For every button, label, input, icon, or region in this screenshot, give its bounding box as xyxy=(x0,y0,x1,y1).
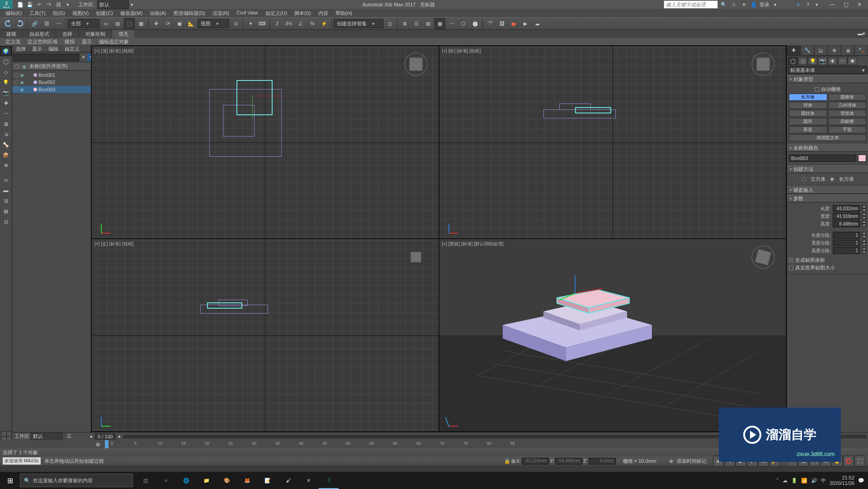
viewport-label[interactable]: [+] [前] [标准] [线框] xyxy=(442,48,481,54)
menu-customize[interactable]: 自定义(U) xyxy=(262,9,291,17)
freeze-icon[interactable]: ❄ xyxy=(20,73,24,77)
coord-x[interactable]: 62.224mm xyxy=(522,458,549,465)
spacewarps-cat-icon[interactable]: 〰 xyxy=(838,57,847,65)
undo-button[interactable] xyxy=(3,18,14,29)
textplus-button[interactable]: 加强型文本 xyxy=(789,134,866,141)
percent-snap-button[interactable]: % xyxy=(307,18,318,29)
viewcube[interactable] xyxy=(402,244,429,271)
snap-2d-button[interactable]: 2 xyxy=(272,18,283,29)
unlink-button[interactable]: ⛓ xyxy=(41,18,52,29)
ribbon-tab-modeling[interactable]: 建模 xyxy=(0,30,23,38)
exchange-icon[interactable]: ✶ xyxy=(740,0,748,9)
curve-editor-button[interactable]: 〰 xyxy=(446,18,457,29)
viewcube[interactable] xyxy=(402,51,429,78)
layer-filter-icon[interactable]: ▬ xyxy=(0,185,12,195)
lseg-spinner[interactable]: 1 xyxy=(833,232,860,239)
utilities-tab[interactable]: 🔨 xyxy=(854,45,868,56)
onedrive-icon[interactable]: ☁ xyxy=(783,478,788,484)
ribbon-simulate[interactable]: 模拟 xyxy=(61,38,78,45)
battery-icon[interactable]: 🔋 xyxy=(791,478,797,484)
width-spinner[interactable]: 41.919mm xyxy=(833,213,860,220)
se-menu-select[interactable]: 选择 xyxy=(13,46,28,52)
freeze-column-icon[interactable]: ❄ xyxy=(22,64,27,69)
menu-edit[interactable]: 编辑(E) xyxy=(2,9,26,17)
rotate-button[interactable]: ⟳ xyxy=(162,18,173,29)
ime-icon[interactable]: 中 xyxy=(821,477,826,484)
geometry-filter-icon[interactable]: ◯ xyxy=(0,56,12,66)
rollout-parameters[interactable]: 参数 xyxy=(787,194,868,202)
maximize-viewport-button[interactable]: ⛶ xyxy=(854,456,865,466)
mirror-button[interactable]: ◫ xyxy=(384,18,395,29)
edge-app[interactable]: 🌐 xyxy=(176,472,196,489)
menu-group[interactable]: 组(G) xyxy=(49,9,69,17)
motion-tab[interactable]: ⊕ xyxy=(827,45,841,56)
lock-icon[interactable]: 🔒 xyxy=(504,458,510,464)
workspace-selector-bottom[interactable]: 默认 xyxy=(31,432,62,441)
material-editor-button[interactable]: ⬤ xyxy=(470,18,481,29)
viewport-perspective[interactable]: [+] [透视] [标准] [默认明暗处理] xyxy=(439,239,786,431)
paint-app[interactable]: 🖌 xyxy=(278,472,298,489)
link-button[interactable]: 🔗 xyxy=(29,18,40,29)
gen-uv-check[interactable] xyxy=(789,258,793,263)
menu-create[interactable]: 创建(C) xyxy=(92,9,116,17)
explorer-app[interactable]: 📁 xyxy=(197,472,217,489)
spinner-buttons[interactable]: ▴▾ xyxy=(862,232,866,239)
hierarchy-tab[interactable]: 🗂 xyxy=(814,45,828,56)
spinner-buttons[interactable]: ▴▾ xyxy=(862,240,866,246)
select-object-button[interactable]: ▭ xyxy=(100,18,111,29)
real-world-check[interactable] xyxy=(789,266,793,270)
snap-3d-button[interactable]: 3½ xyxy=(283,18,294,29)
manipulate-button[interactable]: ✦ xyxy=(245,18,256,29)
visibility-column-icon[interactable] xyxy=(15,64,19,69)
object-color-swatch[interactable] xyxy=(33,80,37,84)
keyboard-shortcut-button[interactable]: ⌨ xyxy=(257,18,268,29)
star-icon[interactable]: ☆ xyxy=(730,0,738,9)
menu-tools[interactable]: 工具(T) xyxy=(26,9,49,17)
close-button[interactable]: ✕ xyxy=(853,0,866,9)
start-button[interactable]: ⊞ xyxy=(0,472,20,489)
se-menu-display[interactable]: 显示 xyxy=(29,46,45,52)
clear-filter-icon[interactable]: ✕ xyxy=(79,53,87,61)
store-app[interactable]: 🎨 xyxy=(217,472,237,489)
torus-button[interactable]: 圆环 xyxy=(789,118,827,125)
render-online-button[interactable]: ☁ xyxy=(532,18,542,29)
ribbon-collapse-icon[interactable]: ▬▾ xyxy=(855,30,868,38)
cortana-button[interactable]: ○ xyxy=(156,472,176,489)
eye-icon[interactable] xyxy=(14,87,19,92)
menu-graph-editors[interactable]: 图形编辑器(D) xyxy=(170,9,209,17)
auto-grid-check[interactable] xyxy=(815,87,819,92)
window-crossing-button[interactable]: ▦ xyxy=(136,18,146,29)
object-color-swatch[interactable] xyxy=(33,88,37,91)
cone-button[interactable]: 圆锥体 xyxy=(828,94,867,101)
hidden-filter-icon[interactable]: ▭ xyxy=(0,175,12,185)
pivot-button[interactable]: ⊙ xyxy=(230,18,241,29)
schematic-view-button[interactable]: ⬡ xyxy=(458,18,469,29)
notifications-icon[interactable]: 💬 xyxy=(858,478,864,484)
help-icon[interactable]: ? xyxy=(804,0,812,9)
viewport-label[interactable]: [+] [顶] [标准] [线框] xyxy=(94,48,133,54)
lights-cat-icon[interactable]: 💡 xyxy=(808,57,817,65)
redo-button[interactable] xyxy=(14,18,25,29)
eye-icon[interactable] xyxy=(14,80,19,85)
coord-z[interactable]: 0.0mm xyxy=(589,458,616,465)
ribbon-display[interactable]: 显示 xyxy=(78,38,95,45)
spacewarps-filter-icon[interactable]: 〰 xyxy=(0,108,12,118)
menu-help[interactable]: 帮助(H) xyxy=(332,9,356,17)
select-by-name-button[interactable]: ▤ xyxy=(112,18,123,29)
rollout-name-color[interactable]: 名称和颜色 xyxy=(787,144,868,152)
hierarchy-filter-icon[interactable]: ⊟ xyxy=(0,196,12,206)
notes-app[interactable]: 📝 xyxy=(258,472,278,489)
cameras-cat-icon[interactable]: 📷 xyxy=(818,57,827,65)
workspace-selector[interactable]: 默认 xyxy=(97,0,129,9)
viewport-label[interactable]: [+] [透视] [标准] [默认明暗处理] xyxy=(442,241,504,247)
selection-filter[interactable]: 全部 xyxy=(68,19,99,28)
geosphere-button[interactable]: 几何球体 xyxy=(828,102,867,109)
user-icon[interactable]: 👤 xyxy=(750,0,758,9)
geometry-cat-icon[interactable]: ◯ xyxy=(788,57,797,65)
save-icon[interactable]: 💾 xyxy=(26,0,34,9)
scene-row[interactable]: ❄ Box002 xyxy=(12,79,96,86)
scene-row[interactable]: ❄ Box001 xyxy=(12,71,96,79)
app-logo[interactable]: 3MAX xyxy=(0,0,13,9)
help-search-input[interactable] xyxy=(664,0,718,9)
placement-button[interactable]: 📐 xyxy=(186,18,197,29)
